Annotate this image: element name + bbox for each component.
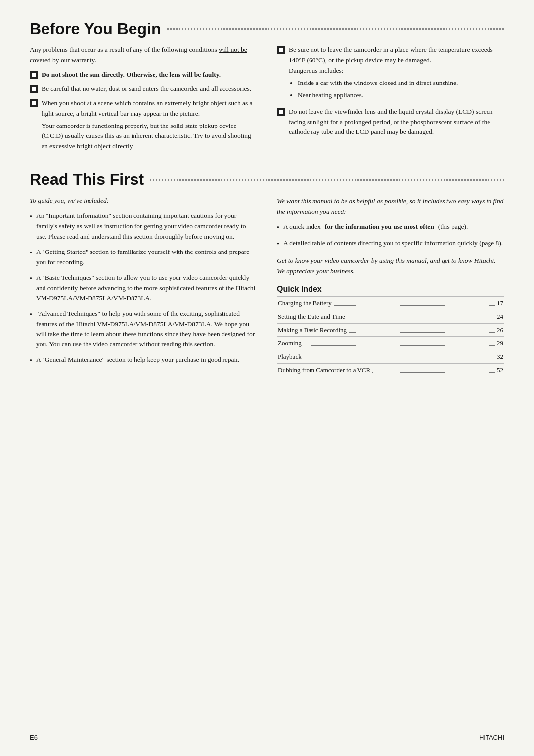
quick-index-title: Quick Index <box>277 285 504 294</box>
read-item-5: A "General Maintenance" section to help … <box>30 355 257 366</box>
read-section: Read This First To guide you, we've incl… <box>30 170 504 377</box>
footer-brand: HITACHI <box>479 734 504 741</box>
square-icon-4 <box>277 46 285 54</box>
read-right-italic-2: Get to know your video camcorder by usin… <box>277 255 504 277</box>
read-title-rule <box>150 179 504 181</box>
index-dots-3 <box>304 345 495 346</box>
before-intro-p: Any problems that occur as a result of a… <box>30 45 257 66</box>
square-icon-2 <box>30 85 38 93</box>
read-left-list: An "Important Information" section conta… <box>30 211 257 366</box>
before-right-list: Be sure not to leave the camcorder in a … <box>277 45 504 137</box>
quick-index: Quick Index Charging the Battery17Settin… <box>277 285 504 377</box>
read-right-italic-1: We want this manual to be as helpful as … <box>277 196 504 217</box>
before-section: Before You Begin Any problems that occur… <box>30 20 504 156</box>
index-page-1: 24 <box>497 313 503 321</box>
before-title-text: Before You Begin <box>30 20 161 38</box>
index-row: Dubbing from Camcorder to a VCR52 <box>277 364 504 377</box>
index-row: Playback32 <box>277 350 504 364</box>
before-left-col: Any problems that occur as a result of a… <box>30 43 257 156</box>
read-item-4: "Advanced Techniques" to help you with s… <box>30 309 257 350</box>
before-item-3-cont: Your camcorder is functioning properly, … <box>42 121 257 152</box>
index-label-5: Dubbing from Camcorder to a VCR <box>278 366 370 374</box>
square-icon-1 <box>30 71 38 79</box>
before-right-item-1: Be sure not to leave the camcorder in a … <box>277 45 504 103</box>
index-label-0: Charging the Battery <box>278 299 332 307</box>
before-item-2-text: Be careful that no water, dust or sand e… <box>42 84 257 94</box>
index-dots-2 <box>349 332 495 333</box>
index-label-2: Making a Basic Recording <box>278 326 347 334</box>
read-right-bullets: A quick index for the information you us… <box>277 222 504 249</box>
before-intro-text: Any problems that occur as a result of a… <box>30 46 217 53</box>
index-dots-1 <box>347 319 495 319</box>
index-page-0: 17 <box>497 299 503 307</box>
read-right-col: We want this manual to be as helpful as … <box>277 194 504 377</box>
index-label-1: Setting the Date and Time <box>278 313 345 321</box>
footer-page: E6 <box>30 734 38 741</box>
index-row: Making a Basic Recording26 <box>277 324 504 337</box>
read-item-1: An "Important Information" section conta… <box>30 211 257 242</box>
before-item-3: When you shoot at a scene which contains… <box>30 98 257 152</box>
index-row: Zooming29 <box>277 337 504 350</box>
before-right-item-1-text: Be sure not to leave the camcorder in a … <box>289 46 493 64</box>
index-page-3: 29 <box>497 339 503 347</box>
read-item-2: A "Getting Started" section to familiari… <box>30 247 257 268</box>
before-item-2: Be careful that no water, dust or sand e… <box>30 84 257 94</box>
index-entry-4: Playback32 <box>277 350 504 364</box>
index-entry-1: Setting the Date and Time24 <box>277 310 504 324</box>
before-title: Before You Begin <box>30 20 504 38</box>
index-label-4: Playback <box>278 353 302 361</box>
read-title: Read This First <box>30 170 504 189</box>
before-item-1: Do not shoot the sun directly. Otherwise… <box>30 70 257 80</box>
before-right-sub-1: Inside a car with the windows closed and… <box>298 78 504 88</box>
index-page-5: 52 <box>497 366 503 374</box>
index-table: Charging the Battery17Setting the Date a… <box>277 296 504 377</box>
title-rule <box>167 28 504 30</box>
index-dots-0 <box>334 305 495 306</box>
before-right-item-2-text: Do not leave the viewfinder lens and the… <box>289 107 504 138</box>
before-right-sub-2: Near heating appliances. <box>298 90 504 101</box>
index-entry-3: Zooming29 <box>277 337 504 350</box>
index-row: Setting the Date and Time24 <box>277 310 504 324</box>
index-entry-0: Charging the Battery17 <box>277 297 504 310</box>
before-columns: Any problems that occur as a result of a… <box>30 43 504 156</box>
index-label-3: Zooming <box>278 339 302 347</box>
read-right-bullet-1: A quick index for the information you us… <box>277 222 504 233</box>
before-item-3-main: When you shoot at a scene which contains… <box>42 99 253 117</box>
index-row: Charging the Battery17 <box>277 297 504 310</box>
square-icon-5 <box>277 108 285 116</box>
before-right-item-1-sub: Dangerous includes: <box>289 67 344 74</box>
index-entry-2: Making a Basic Recording26 <box>277 324 504 337</box>
read-right-bullet-2: A detailed table of contents directing y… <box>277 238 504 250</box>
before-right-col: Be sure not to leave the camcorder in a … <box>277 43 504 156</box>
footer: E6 HITACHI <box>30 734 504 741</box>
before-left-list: Do not shoot the sun directly. Otherwise… <box>30 70 257 152</box>
index-page-2: 26 <box>497 326 503 334</box>
index-dots-4 <box>304 359 495 359</box>
square-icon-3 <box>30 99 38 107</box>
read-columns: To guide you, we've included: An "Import… <box>30 194 504 377</box>
read-title-text: Read This First <box>30 170 144 189</box>
read-left-col: To guide you, we've included: An "Import… <box>30 194 257 377</box>
read-intro: To guide you, we've included: <box>30 196 257 206</box>
read-item-3: A "Basic Techniques" section to allow yo… <box>30 273 257 304</box>
index-entry-5: Dubbing from Camcorder to a VCR52 <box>277 364 504 377</box>
before-item-1-bold: Do not shoot the sun directly. Otherwise… <box>42 71 221 78</box>
before-right-item-2: Do not leave the viewfinder lens and the… <box>277 107 504 138</box>
index-page-4: 32 <box>497 353 503 361</box>
index-dots-5 <box>372 372 495 373</box>
before-right-sub-list: Inside a car with the windows closed and… <box>289 78 504 101</box>
